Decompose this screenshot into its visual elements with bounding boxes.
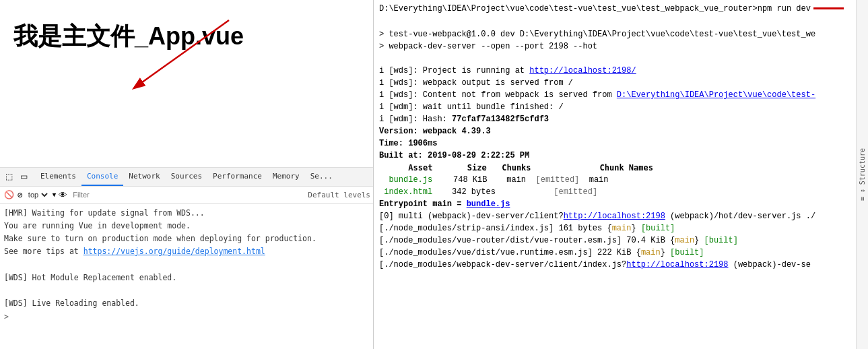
localhost-link[interactable]: http://localhost:2198/: [529, 66, 636, 75]
tab-console[interactable]: Console: [81, 167, 123, 186]
device-toolbar-icon[interactable]: ▭: [18, 170, 30, 183]
left-panel: 我是主文件_App.vue ⬚ ▭ Elements Console: [0, 0, 374, 349]
vuejs-deployment-link[interactable]: https://vuejs.org/guide/deployment.html: [84, 247, 265, 256]
console-output: [HMR] Waiting for update signal from WDS…: [0, 204, 373, 350]
list-item: See more tips at https://vuejs.org/guide…: [4, 245, 369, 258]
list-item: i [wds]: Project is running at http://lo…: [379, 65, 850, 77]
tab-memory[interactable]: Memory: [267, 167, 305, 186]
list-item: Entrypoint main = bundle.js: [379, 198, 850, 210]
console-prompt[interactable]: >: [4, 311, 369, 323]
content-path-link[interactable]: D:\Everything\IDEA\Project\vue\code\test…: [617, 90, 815, 100]
list-item: [WDS] Hot Module Replacement enabled.: [4, 272, 369, 284]
list-item: > test-vue-webpack@1.0.0 dev D:\Everythi…: [379, 28, 850, 40]
list-item: [WDS] Live Reloading enabled.: [4, 297, 369, 310]
list-item: [HMR] Waiting for update signal from WDS…: [4, 207, 369, 220]
tab-elements[interactable]: Elements: [35, 167, 81, 186]
list-item: [./node_modules/vue/dist/vue.runtime.esm…: [379, 247, 850, 259]
filter-input[interactable]: [70, 189, 305, 200]
bundle-js-link[interactable]: bundle.js: [467, 199, 510, 209]
list-item: [./node_modules/webpack-dev-server/clien…: [379, 259, 850, 271]
list-item: Make sure to turn on production mode whe…: [4, 232, 369, 245]
tab-sources[interactable]: Sources: [166, 167, 207, 186]
list-item: i [wds]: Content not from webpack is ser…: [379, 89, 850, 101]
clear-console-icon[interactable]: 🚫: [3, 189, 15, 201]
list-item: [379, 16, 850, 28]
list-item: [0] multi (webpack)-dev-server/client?ht…: [379, 210, 850, 222]
list-item: index.html 342 bytes [emitted]: [379, 186, 850, 198]
list-item: You are running Vue in development mode.: [4, 220, 369, 232]
right-panel: D:\Everything\IDEA\Project\vue\code\test…: [374, 0, 868, 349]
filter-toggle-icon[interactable]: ⊘: [18, 190, 23, 200]
list-item: [379, 53, 850, 65]
list-item: [4, 259, 369, 272]
list-item: D:\Everything\IDEA\Project\vue\code\test…: [379, 3, 850, 15]
list-item: Version: webpack 4.39.3: [379, 125, 850, 137]
preview-area: 我是主文件_App.vue: [0, 0, 373, 167]
list-item: [4, 284, 369, 297]
tab-network[interactable]: Network: [123, 167, 165, 186]
inspect-element-icon[interactable]: ⬚: [3, 170, 15, 183]
list-item: Asset Size Chunks Chunk Names: [379, 162, 850, 174]
dropdown-icon: ▼: [53, 191, 56, 198]
eye-icon[interactable]: 👁: [59, 190, 67, 200]
list-item: [./node_modules/strip-ansi/index.js] 161…: [379, 222, 850, 234]
main-title: 我是主文件_App.vue: [13, 20, 244, 53]
devtools-toolbar: ⬚ ▭ Elements Console Network Sources Per…: [0, 167, 373, 204]
tab-performance[interactable]: Performance: [207, 167, 267, 186]
default-levels-label[interactable]: Default levels: [308, 191, 370, 199]
list-item: i [wdm]: Hash: 77cfaf7a13482f5cfdf3: [379, 113, 850, 125]
list-item: Time: 1906ms: [379, 137, 850, 150]
list-item: [./node_modules/vue-router/dist/vue-rout…: [379, 234, 850, 247]
list-item: i [wds]: webpack output is served from /: [379, 77, 850, 89]
devtools-tabs: ⬚ ▭ Elements Console Network Sources Per…: [0, 168, 373, 187]
context-select[interactable]: top: [26, 190, 50, 199]
list-item: > webpack-dev-server --open --port 2198 …: [379, 40, 850, 53]
structure-sidebar: ≡ ↕ Structure: [856, 0, 868, 349]
filter-bar: 🚫 ⊘ top ▼ 👁 Default levels: [0, 187, 373, 204]
list-item: Built at: 2019-08-29 2:22:25 PM: [379, 150, 850, 162]
devtools-icon-group: ⬚ ▭: [3, 170, 30, 183]
structure-label: ≡ ↕ Structure: [859, 148, 866, 201]
terminal-output: D:\Everything\IDEA\Project\vue\code\test…: [374, 0, 856, 349]
hash-value: 77cfaf7a13482f5cfdf3: [452, 115, 549, 124]
tab-more[interactable]: Se...: [305, 167, 338, 186]
list-item: i [wdm]: wait until bundle finished: /: [379, 101, 850, 113]
list-item: bundle.js 748 KiB main [emitted] main: [379, 174, 850, 186]
multi-link[interactable]: http://localhost:2198: [564, 212, 665, 221]
webpack-dev-server-link[interactable]: http://localhost:2198: [626, 260, 728, 269]
